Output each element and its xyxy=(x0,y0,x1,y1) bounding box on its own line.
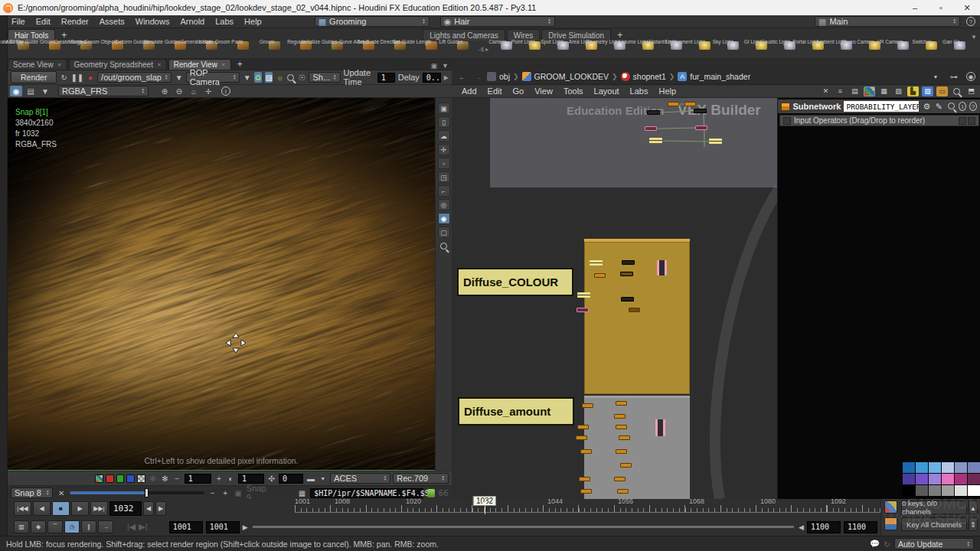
add-pane-tab-button[interactable]: + xyxy=(233,59,247,70)
stop-button[interactable]: ■ xyxy=(52,501,70,516)
node[interactable] xyxy=(695,126,707,130)
palette-swatch[interactable] xyxy=(955,474,967,484)
color-palette-icon[interactable] xyxy=(864,86,875,96)
home-view-icon[interactable]: ⌂ xyxy=(188,86,200,96)
image-plane-selector[interactable]: RGBA_FRS ▲▼ xyxy=(58,86,149,96)
palette-swatch[interactable] xyxy=(942,485,954,496)
node[interactable] xyxy=(694,109,707,113)
display-selector[interactable]: Rec.709 ▲▼ xyxy=(393,473,449,484)
shelf-tool[interactable]: Lift Guides xyxy=(447,41,479,58)
network-menu-item[interactable]: Layout xyxy=(589,86,625,96)
shading-selector[interactable]: Sh... ▲▼ xyxy=(309,72,340,83)
node[interactable] xyxy=(645,126,657,131)
key-all-channels-button[interactable]: Key All Channels xyxy=(901,517,967,531)
palette-swatch[interactable] xyxy=(955,462,967,473)
center-icon[interactable]: ◎ xyxy=(438,199,450,210)
palette-swatch[interactable] xyxy=(916,462,928,473)
sticky-diffuse-colour[interactable]: Diffuse_COLOUR xyxy=(457,268,573,296)
image-mode-icon[interactable]: ◉ xyxy=(10,86,22,96)
red-channel-icon[interactable] xyxy=(106,474,114,483)
shelf-tool[interactable]: Gan Ca xyxy=(946,41,974,58)
grid-mode-icon[interactable]: ▤ xyxy=(24,86,37,96)
sticky-note-icon[interactable]: ▙ xyxy=(907,86,919,96)
adjust-dropdown-icon[interactable]: ▼ xyxy=(318,473,328,484)
preview-icon[interactable]: ▨ xyxy=(265,72,273,83)
keyframe-icon[interactable] xyxy=(884,500,897,514)
netbox-icon[interactable]: ▭ xyxy=(936,86,948,96)
timeline-ruler[interactable]: 1001 1008 1020 1044 1056 1068 1080 1092 … xyxy=(295,499,880,518)
pane-dropdown-icon[interactable]: ▼ xyxy=(442,62,449,70)
breadcrumb-shopnet1[interactable]: shopnet1 xyxy=(621,72,666,81)
output-node[interactable] xyxy=(655,419,665,436)
palette-swatch[interactable] xyxy=(929,474,941,484)
network-menu-item[interactable]: Labs xyxy=(625,86,654,96)
play-button[interactable]: ▶ xyxy=(71,501,89,516)
pause-render-icon[interactable]: ❚❚ xyxy=(71,72,83,83)
close-button[interactable]: ✕ xyxy=(954,0,980,15)
crop-icon[interactable]: ◳ xyxy=(438,171,450,183)
maximize-button[interactable]: ▫ xyxy=(928,0,954,15)
sticky-diffuse-amount[interactable]: Diffuse_amount xyxy=(458,397,574,425)
node[interactable] xyxy=(576,435,587,440)
blend-minus-icon[interactable]: − xyxy=(208,487,217,498)
desktop-selector[interactable]: ▦ Grooming ▲▼ xyxy=(315,16,430,27)
palette-swatch[interactable] xyxy=(968,462,980,473)
list-icon[interactable]: ▤ xyxy=(849,86,861,96)
back-icon[interactable]: ← xyxy=(456,71,469,82)
magnify-icon[interactable] xyxy=(287,72,295,83)
netbox-diffuse-amount[interactable] xyxy=(584,396,690,499)
node[interactable] xyxy=(629,308,640,312)
key-icon[interactable] xyxy=(884,517,897,530)
range-slider[interactable] xyxy=(253,526,795,528)
alpha-channel-icon[interactable] xyxy=(137,474,145,483)
camera-lock-icon[interactable]: ▼ xyxy=(243,72,250,83)
snapshot-gallery-icon[interactable]: ▨ xyxy=(893,86,904,96)
dopnet-icon[interactable]: ⌒ xyxy=(47,520,63,533)
breadcrumb-obj[interactable]: obj xyxy=(487,72,510,81)
tab-geometry-spreadsheet[interactable]: Geometry Spreadsheet✕ xyxy=(69,59,167,70)
palette-swatch[interactable] xyxy=(929,462,941,473)
network-menu-item[interactable]: View xyxy=(529,86,558,96)
device-icon[interactable]: ▯ xyxy=(438,116,450,128)
node[interactable] xyxy=(580,449,592,454)
camera-selector[interactable]: ROP Camera ▲▼ xyxy=(186,72,240,83)
step-forward-button[interactable]: ▶ xyxy=(155,501,166,516)
gamma-plus-icon[interactable]: + xyxy=(214,473,224,484)
network-menu-item[interactable]: Go xyxy=(508,86,530,96)
blue-channel-icon[interactable] xyxy=(126,474,135,483)
snapshot-path-field[interactable]: $HIP/ipr/$SNAPNAME.$F4.$S xyxy=(310,488,423,498)
node[interactable] xyxy=(649,138,662,143)
minimize-button[interactable]: – xyxy=(902,0,928,15)
node[interactable] xyxy=(614,414,626,419)
gamma-field[interactable]: 1 xyxy=(185,474,212,484)
node[interactable] xyxy=(647,110,660,115)
current-frame-field[interactable]: 1032 xyxy=(109,501,142,516)
background-image-icon[interactable]: ▨ xyxy=(922,86,933,96)
delay-field[interactable]: 0.. xyxy=(423,73,441,83)
message-bubble-icon[interactable]: 💬 xyxy=(870,539,880,549)
go-start-button[interactable]: |◀◀ xyxy=(14,501,31,516)
node[interactable] xyxy=(582,403,593,408)
go-end-button[interactable]: ▶▶| xyxy=(90,501,108,516)
camera-snapshot-icon[interactable]: ▣ xyxy=(234,487,243,498)
palette-swatch[interactable] xyxy=(929,485,941,496)
contrast-icon[interactable]: ◐ xyxy=(226,473,236,484)
help-icon[interactable]: ? xyxy=(969,102,977,111)
input-operators-folder[interactable]: Input Operators (Drag/Drop to reorder) xyxy=(779,115,979,126)
render-viewport[interactable]: Snap 8[1] 3840x2160 fr 1032 RGBA_FRS Ctr… xyxy=(8,98,435,471)
gear-icon[interactable]: ⚙ xyxy=(922,102,931,112)
gamma-minus-icon[interactable]: − xyxy=(172,473,182,484)
node[interactable] xyxy=(617,489,629,494)
menu-item[interactable]: Arnold xyxy=(175,17,210,26)
node[interactable] xyxy=(619,435,630,440)
save-rop-icon[interactable]: ▼ xyxy=(175,72,182,83)
delete-snapshot-icon[interactable]: ✕ xyxy=(57,487,66,498)
rgb-channels-icon[interactable] xyxy=(95,474,103,483)
close-tab-icon[interactable]: ✕ xyxy=(157,62,162,68)
range-start2-field[interactable]: 1001 xyxy=(206,521,240,533)
node[interactable] xyxy=(577,292,590,298)
network-menu-item[interactable]: Edit xyxy=(482,86,508,96)
palette-swatch[interactable] xyxy=(968,474,980,484)
zoom-tool-icon[interactable] xyxy=(438,240,450,252)
node[interactable] xyxy=(616,425,627,429)
